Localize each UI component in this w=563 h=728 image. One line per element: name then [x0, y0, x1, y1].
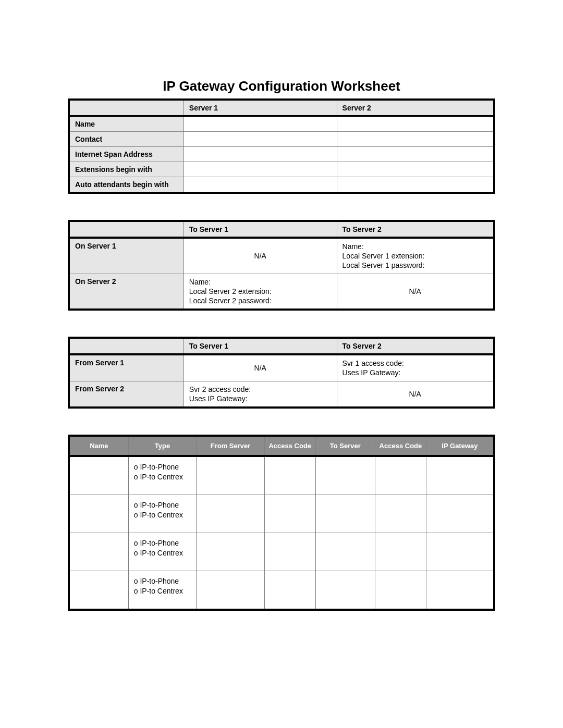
- t3-head-to1: To Server 1: [183, 338, 337, 354]
- t1-cell[interactable]: [183, 132, 337, 147]
- t2-cell[interactable]: Name:Local Server 2 extension:Local Serv…: [183, 274, 337, 310]
- t3-cell: N/A: [183, 354, 337, 381]
- t4-head-access-code-2: Access Code: [375, 436, 426, 456]
- t1-head-server2: Server 2: [337, 100, 494, 116]
- t4-cell-from[interactable]: [197, 456, 265, 495]
- t4-cell-ac1[interactable]: [264, 571, 315, 610]
- t4-cell-ac2[interactable]: [375, 495, 426, 533]
- t1-row-label: Extensions begin with: [69, 162, 183, 177]
- t4-cell-gw[interactable]: [426, 571, 494, 610]
- t4-cell-type[interactable]: o IP-to-Phoneo IP-to Centrex: [128, 533, 197, 571]
- t1-cell[interactable]: [337, 162, 494, 177]
- t4-cell-ac2[interactable]: [375, 533, 426, 571]
- t4-head-type: Type: [128, 436, 197, 456]
- t4-cell-to[interactable]: [315, 495, 375, 533]
- t1-row-label: Internet Span Address: [69, 147, 183, 162]
- t4-cell-type[interactable]: o IP-to-Phoneo IP-to Centrex: [128, 571, 197, 610]
- t4-cell-to[interactable]: [315, 571, 375, 610]
- t4-cell-gw[interactable]: [426, 533, 494, 571]
- t4-cell-to[interactable]: [315, 456, 375, 495]
- t4-cell-type[interactable]: o IP-to-Phoneo IP-to Centrex: [128, 456, 197, 495]
- t4-head-from: From Server: [197, 436, 265, 456]
- t4-head-name: Name: [69, 436, 128, 456]
- t2-head-to2: To Server 2: [337, 221, 494, 238]
- from-server-table: To Server 1 To Server 2 From Server 1 N/…: [68, 337, 495, 409]
- t4-head-to: To Server: [315, 436, 375, 456]
- t3-row-label: From Server 1: [69, 354, 183, 381]
- t4-cell-gw[interactable]: [426, 456, 494, 495]
- t4-cell-name[interactable]: [69, 495, 128, 533]
- t2-cell: N/A: [183, 238, 337, 274]
- t2-row-label: On Server 2: [69, 274, 183, 310]
- t4-cell-to[interactable]: [315, 533, 375, 571]
- t1-row-label: Auto attendants begin with: [69, 177, 183, 193]
- t4-cell-from[interactable]: [197, 533, 265, 571]
- t1-cell[interactable]: [337, 132, 494, 147]
- t1-head-server1: Server 1: [183, 100, 337, 116]
- t1-cell[interactable]: [337, 147, 494, 162]
- t4-cell-type[interactable]: o IP-to-Phoneo IP-to Centrex: [128, 495, 197, 533]
- on-server-table: To Server 1 To Server 2 On Server 1 N/A …: [68, 220, 495, 311]
- t3-row-label: From Server 2: [69, 381, 183, 408]
- t4-cell-ac1[interactable]: [264, 533, 315, 571]
- t1-cell[interactable]: [183, 116, 337, 132]
- t4-cell-ac2[interactable]: [375, 456, 426, 495]
- t3-head-to2: To Server 2: [337, 338, 494, 354]
- t4-cell-from[interactable]: [197, 495, 265, 533]
- t4-cell-from[interactable]: [197, 571, 265, 610]
- page-title: IP Gateway Configuration Worksheet: [68, 78, 495, 94]
- t4-head-ip-gateway: IP Gateway: [426, 436, 494, 456]
- t2-head-to1: To Server 1: [183, 221, 337, 238]
- t2-cell[interactable]: Name:Local Server 1 extension:Local Serv…: [337, 238, 494, 274]
- t1-head-blank: [69, 100, 183, 116]
- t4-cell-ac1[interactable]: [264, 456, 315, 495]
- t2-cell: N/A: [337, 274, 494, 310]
- t3-cell[interactable]: Svr 2 access code:Uses IP Gateway:: [183, 381, 337, 408]
- t1-cell[interactable]: [183, 147, 337, 162]
- t1-cell[interactable]: [337, 116, 494, 132]
- t1-cell[interactable]: [183, 177, 337, 193]
- t1-row-label: Contact: [69, 132, 183, 147]
- t1-cell[interactable]: [183, 162, 337, 177]
- t3-cell[interactable]: Svr 1 access code:Uses IP Gateway:: [337, 354, 494, 381]
- server-info-table: Server 1 Server 2 Name Contact Internet …: [68, 98, 495, 194]
- t2-head-blank: [69, 221, 183, 238]
- t4-cell-name[interactable]: [69, 571, 128, 610]
- t1-row-label: Name: [69, 116, 183, 132]
- t4-cell-ac1[interactable]: [264, 495, 315, 533]
- t3-head-blank: [69, 338, 183, 354]
- t3-cell: N/A: [337, 381, 494, 408]
- t4-head-access-code-1: Access Code: [264, 436, 315, 456]
- page: IP Gateway Configuration Worksheet Serve…: [0, 0, 563, 611]
- t4-cell-ac2[interactable]: [375, 571, 426, 610]
- t4-cell-name[interactable]: [69, 456, 128, 495]
- t4-cell-gw[interactable]: [426, 495, 494, 533]
- t1-cell[interactable]: [337, 177, 494, 193]
- t4-cell-name[interactable]: [69, 533, 128, 571]
- t2-row-label: On Server 1: [69, 238, 183, 274]
- gateway-list-table: Name Type From Server Access Code To Ser…: [68, 435, 495, 611]
